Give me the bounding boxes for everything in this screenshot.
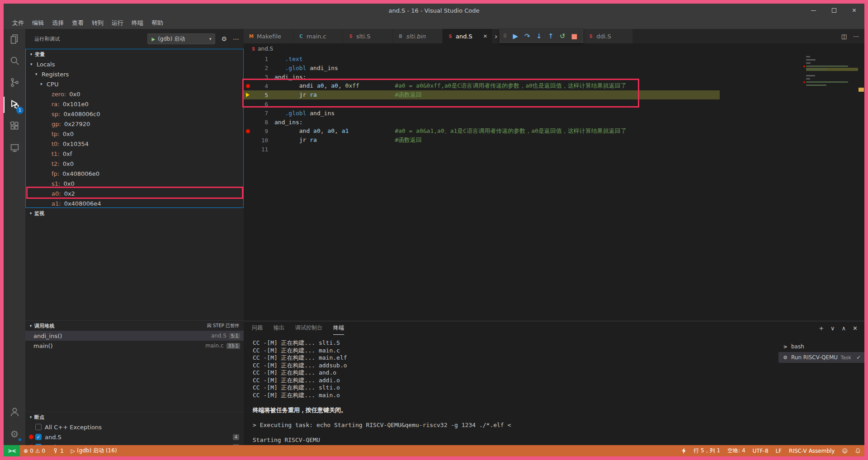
line-gutter[interactable]: 6 [244,99,274,108]
panel-tab[interactable]: 终端 [333,321,344,335]
call-stack-pane-header[interactable]: ▾ 调用堆栈 因 STEP 已暂停 [25,321,244,331]
code-line[interactable]: 9 and a0, a0, a1 #a0 = a0&a1,a0、a1是C语言调用… [244,127,864,136]
stop-button[interactable]: ■ [568,32,580,40]
sidebar-item-extensions[interactable] [4,116,25,137]
step-over-button[interactable]: ↷ [521,32,533,40]
stack-frame-row[interactable]: main()main.c33:1 [25,341,244,351]
close-button[interactable]: ✕ [844,4,864,17]
debug-config-dropdown[interactable]: ▶ (gdb) 启动 ▾ [147,33,215,44]
variable-row[interactable]: t0:0x10354 [26,139,243,149]
line-gutter[interactable]: 9 [244,127,274,136]
code-line[interactable]: 7 .globl and_ins [244,108,864,117]
variable-row[interactable]: ▾Locals [26,59,243,69]
terminal-list-item[interactable]: ⚙Run RISCV-QEMUTask✓ [778,352,864,363]
menu-item[interactable]: 选择 [48,19,68,27]
variable-row[interactable]: gp:0x27920 [26,119,243,129]
breakpoint-checkbox[interactable]: ✓ [35,434,42,440]
line-gutter[interactable]: 5 [244,90,274,99]
accounts-button[interactable] [4,402,25,423]
terminal-list-item[interactable]: >bash [778,341,864,352]
ports-status[interactable]: 1 [49,445,67,456]
sidebar-item-search[interactable] [4,51,25,72]
debug-session-status[interactable]: ▷ (gdb) 启动 (16) [67,445,121,456]
menu-item[interactable]: 转到 [88,19,108,27]
breakpoint-row[interactable]: All C++ Exceptions [25,422,244,432]
variable-row[interactable]: s1:0x0 [26,178,243,188]
sidebar-item-explorer[interactable] [4,29,25,51]
step-into-button[interactable]: ↓ [533,32,545,40]
variable-row[interactable]: fp:0x408006e0 [26,169,243,178]
menu-item[interactable]: 编辑 [28,19,48,27]
code-line[interactable]: 11 [244,145,864,154]
restart-button[interactable]: ↺ [557,32,568,40]
sidebar-item-source-control[interactable] [4,72,25,94]
menu-item[interactable]: 查看 [68,19,88,27]
panel-tab[interactable]: 调试控制台 [295,321,322,335]
breakpoint-row[interactable]: ✓and.S4 [25,432,244,442]
cursor-position-status[interactable]: 行 5，列 1 [690,445,724,456]
line-gutter[interactable]: 7 [244,108,274,117]
variable-row[interactable]: zero:0x0 [26,89,243,99]
menu-item[interactable]: 运行 [108,19,127,27]
terminal-output[interactable]: CC -[M] 正在构建... slti.SCC -[M] 正在构建... ma… [244,335,778,445]
minimap[interactable] [806,54,858,90]
editor-tab[interactable]: Sand.S✕ [443,29,492,43]
drag-handle-icon[interactable]: ⠿ [503,33,507,39]
line-gutter[interactable]: 2 [244,63,274,72]
minimize-button[interactable] [803,4,824,17]
close-panel-button[interactable]: ✕ [853,325,858,332]
overview-ruler[interactable] [858,54,864,321]
problems-status[interactable]: ⊗ 0 ⚠ 0 [20,445,49,456]
editor-tab[interactable]: MMakefile [244,29,293,43]
notifications-status[interactable] [851,445,864,456]
settings-button[interactable]: ⚙ [4,423,25,445]
editor-tab[interactable]: Sddi.S [583,29,633,43]
variable-row[interactable]: sp:0x408006c0 [26,109,243,119]
gear-icon[interactable]: ⚙ [221,35,227,42]
code-editor[interactable]: 1 .text2 .globl andi_ins3andi_ins:4 andi… [244,54,864,321]
editor-more-actions-button[interactable]: ⋯ [853,33,859,40]
language-status[interactable]: RISC-V Assembly [785,445,838,456]
menu-item[interactable]: 帮助 [147,19,167,27]
code-line[interactable]: 1 .text [244,54,864,63]
watch-pane-header[interactable]: ▾ 监视 [25,208,244,218]
sidebar-item-run-debug[interactable]: 1 [4,94,25,116]
continue-button[interactable]: ▶ [509,32,521,40]
line-gutter[interactable]: 11 [244,145,274,154]
more-actions-icon[interactable]: ⋯ [233,35,239,42]
new-terminal-button[interactable]: + [819,325,824,332]
code-line[interactable]: 8and_ins: [244,117,864,127]
start-debugging-icon[interactable]: ▶ [151,37,155,42]
breadcrumb[interactable]: S and.S [244,43,864,54]
editor-tab[interactable]: Sslti.S [343,29,393,43]
breakpoints-pane-header[interactable]: ▾ 断点 [25,412,244,422]
variable-row[interactable]: t2:0x0 [26,159,243,169]
sidebar-item-remote-explorer[interactable] [4,137,25,159]
breakpoint-row[interactable]: ✓and.S9 [25,442,244,445]
panel-tab[interactable]: 输出 [274,321,284,335]
close-icon[interactable]: ✕ [479,33,487,39]
indentation-status[interactable]: 空格: 4 [724,445,749,456]
variable-row[interactable]: ra:0x101e0 [26,99,243,109]
line-gutter[interactable]: 8 [244,117,274,127]
remote-indicator[interactable]: >< [4,445,20,456]
variable-row[interactable]: ▾CPU [26,79,243,89]
variable-row[interactable]: tp:0x0 [26,129,243,139]
line-gutter[interactable]: 1 [244,54,274,63]
breakpoint-checkbox[interactable] [35,424,42,430]
maximize-panel-button[interactable]: ∧ [842,325,846,332]
menu-item[interactable]: 文件 [8,19,28,27]
encoding-status[interactable]: UTF-8 [749,445,772,456]
code-line[interactable]: 4 andi a0, a0, 0xff #a0 = a0&0xff,a0是C语言… [244,81,864,90]
eol-status[interactable]: LF [772,445,786,456]
variable-row[interactable]: ▾Registers [26,69,243,79]
variables-pane-header[interactable]: ▾ 变量 [26,49,243,59]
code-line[interactable]: 10 jr ra #函数返回 [244,136,864,145]
code-line[interactable]: 2 .globl andi_ins [244,63,864,72]
maximize-button[interactable] [824,4,844,17]
line-gutter[interactable]: 10 [244,136,274,145]
line-gutter[interactable]: 3 [244,72,274,81]
chevron-right-icon[interactable]: › [492,29,500,43]
variable-row[interactable]: a1:0x408006e4 [26,198,243,207]
code-line[interactable]: 3andi_ins: [244,72,864,81]
